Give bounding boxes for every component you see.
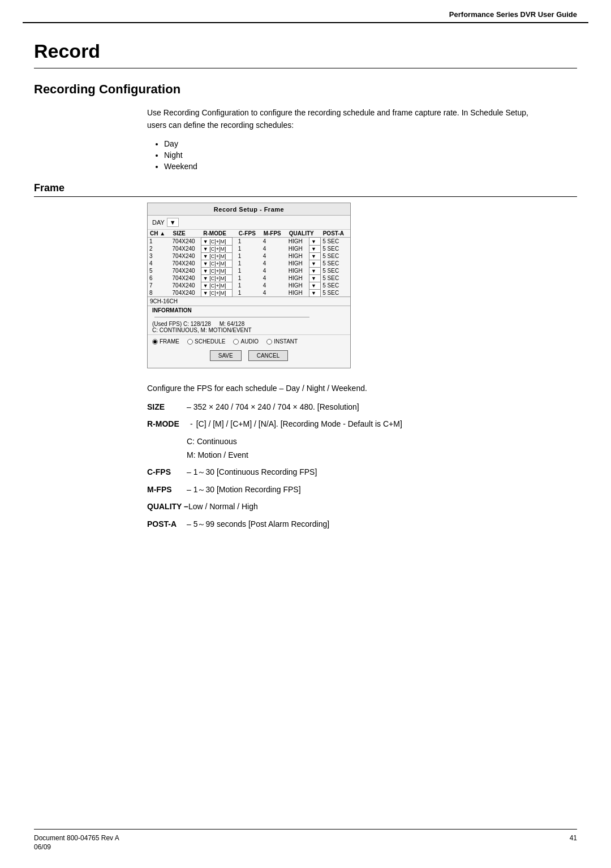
configure-text: Configure the FPS for each schedule – Da… (147, 382, 577, 394)
row-quality-arrow[interactable]: ▼ (309, 252, 321, 260)
row-rmode-arrow (232, 274, 236, 282)
bullet-night: Night (164, 151, 577, 160)
row-rmode-arrow (232, 289, 236, 297)
row-size: 704X240 (171, 267, 201, 274)
radio-instant-label: INSTANT (274, 338, 298, 345)
radio-instant[interactable]: INSTANT (266, 338, 298, 345)
table-row: 7 704X240 ▼ [C]+[M] 1 4 HIGH ▼ 5 SEC (148, 282, 350, 289)
row-rmode[interactable]: ▼ [C]+[M] (201, 260, 232, 267)
row-cfps: 1 (236, 238, 261, 246)
row-quality: HIGH (287, 274, 309, 282)
table-row: 3 704X240 ▼ [C]+[M] 1 4 HIGH ▼ 5 SEC (148, 252, 350, 260)
row-quality-arrow[interactable]: ▼ (309, 274, 321, 282)
row-size: 704X240 (171, 245, 201, 252)
section-heading: Recording Configuration (34, 82, 577, 97)
col-posta: POST-A (321, 230, 350, 238)
footer-left: Document 800-04765 Rev A 06/09 (34, 834, 119, 851)
table-row: 6 704X240 ▼ [C]+[M] 1 4 HIGH ▼ 5 SEC (148, 274, 350, 282)
rmode-text: [C] / [M] / [C+M] / [N/A]. [Recording Mo… (196, 418, 402, 430)
row-rmode-arrow (232, 252, 236, 260)
day-label: DAY (152, 219, 165, 226)
save-button[interactable]: SAVE (210, 350, 242, 361)
radio-audio[interactable]: AUDIO (233, 338, 259, 345)
page-wrapper: Performance Series DVR User Guide Record… (0, 0, 611, 868)
row-quality-arrow[interactable]: ▼ (309, 282, 321, 289)
bullet-list: Day Night Weekend (164, 139, 577, 171)
rmode-item: R-MODE - [C] / [M] / [C+M] / [N/A]. [Rec… (147, 418, 577, 430)
posta-label: POST-A (147, 518, 187, 530)
radio-frame-circle (152, 339, 158, 345)
row-rmode[interactable]: ▼ [C]+[M] (201, 252, 232, 260)
row-mfps: 4 (261, 274, 287, 282)
header-title: Performance Series DVR User Guide (449, 10, 577, 19)
cancel-button[interactable]: CANCEL (248, 350, 289, 361)
row-quality-arrow[interactable]: ▼ (309, 267, 321, 274)
radio-row: FRAME SCHEDULE AUDIO INSTANT (148, 334, 350, 347)
row-size: 704X240 (171, 282, 201, 289)
record-setup-box: Record Setup - Frame DAY ▼ CH ▲ SIZE R-M… (147, 203, 351, 368)
row-mfps: 4 (261, 238, 287, 246)
row-rmode[interactable]: ▼ [C]+[M] (201, 245, 232, 252)
row-quality-arrow[interactable]: ▼ (309, 260, 321, 267)
row-cfps: 1 (236, 289, 261, 297)
row-size: 704X240 (171, 274, 201, 282)
row-quality: HIGH (287, 245, 309, 252)
separator-label: 9CH-16CH (148, 297, 350, 306)
footer-rule (34, 829, 577, 830)
row-ch: 4 (148, 260, 171, 267)
radio-schedule[interactable]: SCHEDULE (187, 338, 225, 345)
mfps-text: – 1～30 [Motion Recording FPS] (187, 483, 301, 496)
col-cfps: C-FPS (236, 230, 261, 238)
posta-item: POST-A – 5～99 seconds [Post Alarm Record… (147, 518, 577, 530)
col-size: SIZE (171, 230, 201, 238)
row-rmode[interactable]: ▼ [C]+[M] (201, 282, 232, 289)
row-ch: 8 (148, 289, 171, 297)
posta-text: – 5～99 seconds [Post Alarm Recording] (187, 518, 329, 530)
row-rmode[interactable]: ▼ [C]+[M] (201, 274, 232, 282)
row-cfps: 1 (236, 274, 261, 282)
table-row: 8 704X240 ▼ [C]+[M] 1 4 HIGH ▼ 5 SEC (148, 289, 350, 297)
mfps-label: M-FPS (147, 483, 187, 496)
col-quality: QUALITY (287, 230, 321, 238)
size-label: SIZE (147, 401, 187, 413)
bullet-weekend: Weekend (164, 162, 577, 171)
row-rmode-arrow (232, 245, 236, 252)
table-row: 4 704X240 ▼ [C]+[M] 1 4 HIGH ▼ 5 SEC (148, 260, 350, 267)
row-cfps: 1 (236, 252, 261, 260)
separator-row: 9CH-16CH (148, 297, 350, 306)
row-posta: 5 SEC (321, 289, 350, 297)
col-mfps: M-FPS (261, 230, 287, 238)
row-rmode[interactable]: ▼ [C]+[M] (201, 267, 232, 274)
page-number: 41 (570, 834, 577, 851)
row-rmode[interactable]: ▼ [C]+[M] (201, 238, 232, 246)
quality-text: Low / Normal / High (188, 500, 258, 513)
day-select[interactable]: ▼ (167, 218, 179, 227)
rmode-label: R-MODE (147, 418, 187, 430)
setup-table: CH ▲ SIZE R-MODE C-FPS M-FPS QUALITY POS… (148, 230, 350, 306)
button-row: SAVE CANCEL (148, 347, 350, 363)
quality-label: QUALITY – (147, 500, 188, 513)
radio-frame[interactable]: FRAME (152, 338, 179, 345)
row-quality-arrow[interactable]: ▼ (309, 238, 321, 246)
row-posta: 5 SEC (321, 267, 350, 274)
row-mfps: 4 (261, 267, 287, 274)
radio-audio-label: AUDIO (240, 338, 259, 345)
row-quality: HIGH (287, 238, 309, 246)
row-size: 704X240 (171, 238, 201, 246)
doc-date: 06/09 (34, 843, 119, 851)
used-fps: (Used FPS) C: 128/128 (152, 321, 211, 327)
used-fps-line: (Used FPS) C: 128/128 M: 64/128 (152, 321, 346, 327)
rmode-m-line: M: Motion / Event (187, 449, 577, 461)
row-rmode[interactable]: ▼ [C]+[M] (201, 289, 232, 297)
row-ch: 6 (148, 274, 171, 282)
intro-text: Use Recording Configuration to configure… (147, 107, 543, 131)
radio-instant-circle (266, 339, 272, 345)
row-cfps: 1 (236, 282, 261, 289)
row-cfps: 1 (236, 267, 261, 274)
row-quality-arrow[interactable]: ▼ (309, 245, 321, 252)
row-posta: 5 SEC (321, 238, 350, 246)
row-quality-arrow[interactable]: ▼ (309, 289, 321, 297)
row-size: 704X240 (171, 289, 201, 297)
table-header-row: CH ▲ SIZE R-MODE C-FPS M-FPS QUALITY POS… (148, 230, 350, 238)
m-fps: M: 64/128 (220, 321, 244, 327)
